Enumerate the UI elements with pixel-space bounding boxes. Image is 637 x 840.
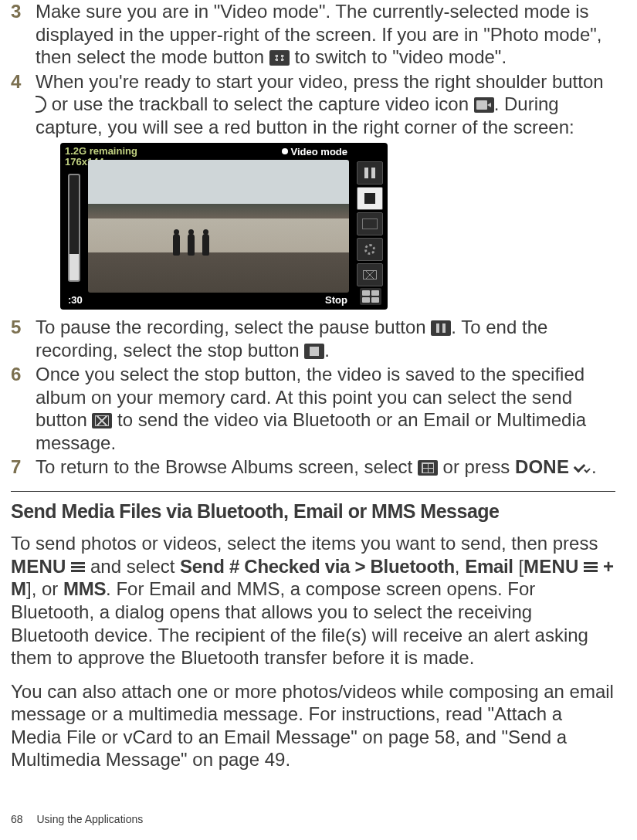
section-heading: Send Media Files via Bluetooth, Email or… [11, 500, 615, 523]
paragraph-send-instructions: To send photos or videos, select the ite… [11, 532, 615, 669]
mode-button-icon [269, 50, 290, 66]
step-number: 7 [11, 456, 36, 479]
paragraph-attach-note: You can also attach one or more photos/v… [11, 680, 615, 771]
step-text: To pause the recording, select the pause… [36, 316, 615, 361]
capture-video-icon [474, 97, 494, 113]
step-text: Make sure you are in "Video mode". The c… [36, 0, 615, 69]
step-number: 3 [11, 0, 36, 69]
shoulder-button-icon [36, 96, 46, 113]
zoom-slider[interactable] [68, 174, 80, 282]
page-footer: 68 Using the Applications [11, 813, 143, 826]
instruction-steps: 3 Make sure you are in "Video mode". The… [11, 0, 615, 479]
step-text: Once you select the stop button, the vid… [36, 363, 615, 454]
send-button[interactable] [357, 263, 383, 286]
step-number: 4 [11, 70, 36, 315]
stop-button[interactable] [357, 187, 383, 210]
stop-icon [304, 344, 324, 359]
step-4: 4 When you're ready to start your video,… [11, 70, 615, 315]
record-dot-icon [282, 148, 288, 154]
menu-icon [71, 561, 85, 572]
timer-label: :30 [68, 294, 83, 307]
pause-button[interactable] [357, 161, 383, 185]
done-check-icon [574, 460, 591, 474]
send-icon [92, 413, 112, 428]
camera-viewport [88, 160, 349, 293]
step-6: 6 Once you select the stop button, the v… [11, 363, 615, 454]
browse-grid-icon [418, 460, 438, 476]
step-7: 7 To return to the Browse Albums screen,… [11, 456, 615, 479]
step-text: When you're ready to start your video, p… [36, 70, 615, 315]
record-button[interactable] [357, 212, 383, 235]
step-number: 6 [11, 363, 36, 454]
pause-icon [431, 320, 451, 336]
mode-indicator: Video mode [282, 146, 347, 158]
step-3: 3 Make sure you are in "Video mode". The… [11, 0, 615, 69]
stop-label: Stop [325, 294, 347, 307]
divider [11, 491, 615, 492]
menu-icon [584, 561, 598, 572]
camera-screenshot: 1.2G remaining 176x144 Video mode [60, 143, 388, 310]
footer-section: Using the Applications [36, 813, 143, 825]
page-number: 68 [11, 813, 23, 825]
grid-button[interactable] [360, 288, 381, 305]
done-key-label: DONE [515, 456, 574, 477]
camera-sidebar [357, 161, 383, 286]
step-text: To return to the Browse Albums screen, s… [36, 456, 615, 479]
step-number: 5 [11, 316, 36, 361]
settings-button[interactable] [357, 238, 383, 261]
step-5: 5 To pause the recording, select the pau… [11, 316, 615, 361]
